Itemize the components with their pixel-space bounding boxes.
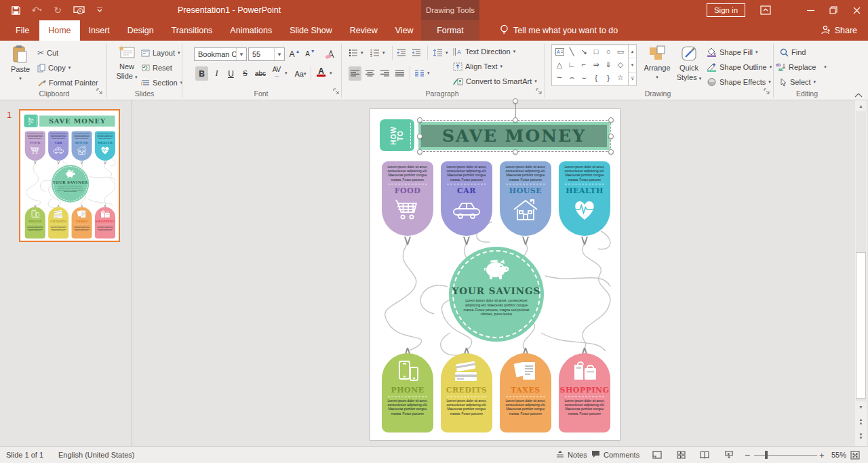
font-dialog-launcher-icon[interactable] xyxy=(333,88,341,96)
align-text-button[interactable]: Align Text▾ xyxy=(453,60,502,73)
shape-triangle-icon[interactable]: △ xyxy=(553,58,566,71)
share-button[interactable]: Share xyxy=(821,20,857,41)
format-painter-button[interactable]: Format Painter xyxy=(37,76,98,89)
cut-button[interactable]: ✂Cut xyxy=(37,46,58,60)
shapes-scroll-up-icon[interactable]: ▴ xyxy=(629,45,636,58)
font-size-combo[interactable]: 55▼ xyxy=(248,47,285,61)
sign-in-button[interactable]: Sign in xyxy=(707,3,745,17)
slide-sorter-view-button[interactable] xyxy=(677,447,686,463)
your-savings-circle[interactable]: YOUR SAVINGS Lorem ipsum dolor sit amet,… xyxy=(449,247,544,342)
grow-font-button[interactable]: A▲ xyxy=(288,47,301,61)
reset-button[interactable]: Reset xyxy=(141,61,172,75)
language-indicator[interactable]: English (United States) xyxy=(58,447,135,463)
shape-fill-button[interactable]: Shape Fill▾ xyxy=(707,45,757,59)
align-left-button[interactable] xyxy=(349,66,361,81)
select-button[interactable]: Select▾ xyxy=(780,75,816,89)
font-name-dropdown-icon[interactable]: ▼ xyxy=(236,48,246,60)
shape-elbow-arrow-icon[interactable]: ⌐ xyxy=(578,58,590,71)
shape-down-arrow-icon[interactable]: ⇓ xyxy=(602,58,614,71)
previous-slide-button[interactable]: ▲▲ xyxy=(856,416,866,427)
resize-handle-e[interactable] xyxy=(608,134,614,139)
shape-effects-button[interactable]: Shape Effects▾ xyxy=(707,75,771,89)
redo-icon[interactable]: ↻ xyxy=(52,4,64,16)
tab-view[interactable]: View xyxy=(387,20,422,41)
tag-phone[interactable]: PHONE Lorem ipsum dolor sit amet, consec… xyxy=(382,353,433,432)
zoom-in-button[interactable]: + xyxy=(819,447,825,463)
line-spacing-button[interactable]: ▾ xyxy=(433,46,448,60)
start-from-beginning-icon[interactable] xyxy=(73,4,85,16)
tab-format[interactable]: Format xyxy=(421,20,479,41)
tab-home[interactable]: Home xyxy=(39,20,79,41)
reading-view-button[interactable] xyxy=(700,447,709,463)
ribbon-display-options-icon[interactable] xyxy=(758,3,773,17)
layout-button[interactable]: Layout▾ xyxy=(141,46,180,60)
minimize-button[interactable] xyxy=(799,0,822,20)
how-to-tab[interactable]: HOW TO xyxy=(24,115,38,127)
collapse-ribbon-icon[interactable] xyxy=(854,91,863,99)
next-slide-button[interactable]: ▼▼ xyxy=(856,431,866,442)
italic-button[interactable]: I xyxy=(210,66,223,81)
find-button[interactable]: Find xyxy=(780,45,806,59)
save-icon[interactable] xyxy=(9,4,22,16)
restore-button[interactable] xyxy=(822,0,845,20)
shrink-font-button[interactable]: A▼ xyxy=(304,47,317,61)
character-spacing-button[interactable]: AV↔ xyxy=(270,65,283,79)
shape-oval-icon[interactable]: ○ xyxy=(602,45,614,58)
how-to-tab[interactable]: HOW TO xyxy=(380,119,414,151)
tag-health[interactable]: Lorem ipsum dolor sit amet, consectetuer… xyxy=(95,131,115,161)
tag-shopping[interactable]: SHOPPING Lorem ipsum dolor sit amet, con… xyxy=(95,207,115,238)
resize-handle-sw[interactable] xyxy=(417,149,422,155)
tag-food[interactable]: Lorem ipsum dolor sit amet, consectetuer… xyxy=(382,161,433,236)
strikethrough-button[interactable]: S xyxy=(239,66,252,81)
shape-rectangle-icon[interactable]: □ xyxy=(590,45,602,58)
columns-button[interactable]: ▾ xyxy=(415,66,430,80)
tag-shopping[interactable]: SHOPPING Lorem ipsum dolor sit amet, con… xyxy=(559,353,610,432)
tag-taxes[interactable]: TAXES Lorem ipsum dolor sit amet, consec… xyxy=(72,207,92,238)
text-direction-button[interactable]: A Text Direction▾ xyxy=(453,45,515,58)
rotation-handle[interactable] xyxy=(513,98,518,104)
replace-button[interactable]: abac Replace▾ xyxy=(776,60,827,74)
zoom-level[interactable]: 55% xyxy=(831,447,846,463)
tag-health[interactable]: Lorem ipsum dolor sit amet, consectetuer… xyxy=(559,161,610,236)
font-color-dropdown-icon[interactable]: ▾ xyxy=(330,71,332,76)
shape-arrow-icon[interactable]: ↘ xyxy=(578,45,590,58)
shape-textbox-icon[interactable]: A xyxy=(553,45,566,58)
bullets-button[interactable]: ▾ xyxy=(349,46,363,60)
font-name-combo[interactable]: Bookman Ol▼ xyxy=(194,47,247,61)
tab-design[interactable]: Design xyxy=(119,20,163,41)
shape-scribble-icon[interactable]: ∼ xyxy=(553,72,566,84)
title-band[interactable]: SAVE MONEY xyxy=(39,116,115,127)
shape-right-arrow-icon[interactable]: ⇒ xyxy=(590,58,602,71)
zoom-out-button[interactable]: − xyxy=(745,447,750,463)
slideshow-view-button[interactable] xyxy=(724,447,734,463)
zoom-slider-track[interactable] xyxy=(754,455,817,456)
shape-rounded-rectangle-icon[interactable]: ▭ xyxy=(614,45,627,58)
close-button[interactable] xyxy=(845,0,868,20)
tag-food[interactable]: Lorem ipsum dolor sit amet, consectetuer… xyxy=(25,131,45,161)
shape-left-brace-icon[interactable]: { xyxy=(590,72,602,84)
shape-outline-button[interactable]: Shape Outline▾ xyxy=(707,60,772,74)
drawing-dialog-launcher-icon[interactable] xyxy=(764,88,772,96)
customize-qat-icon[interactable] xyxy=(94,4,106,16)
shape-right-brace-icon[interactable]: } xyxy=(602,72,614,84)
clear-formatting-button[interactable] xyxy=(323,47,338,61)
tab-review[interactable]: Review xyxy=(341,20,387,41)
resize-handle-s[interactable] xyxy=(513,149,518,155)
undo-icon[interactable]: ↶▾ xyxy=(31,4,43,16)
clipboard-dialog-launcher-icon[interactable] xyxy=(96,88,104,96)
change-case-button[interactable]: Aa▾ xyxy=(293,66,308,81)
comments-button[interactable]: Comments xyxy=(591,447,639,463)
paragraph-dialog-launcher-icon[interactable] xyxy=(536,88,544,96)
justify-button[interactable] xyxy=(393,66,406,81)
fit-to-window-button[interactable] xyxy=(850,447,860,463)
tab-insert[interactable]: Insert xyxy=(80,20,119,41)
bold-button[interactable]: B xyxy=(195,66,208,81)
font-color-button[interactable]: A xyxy=(315,65,328,79)
shape-diamond-icon[interactable]: ◇ xyxy=(614,58,627,71)
tag-phone[interactable]: PHONE Lorem ipsum dolor sit amet, consec… xyxy=(25,207,45,238)
zoom-slider-thumb[interactable] xyxy=(765,451,768,459)
align-right-button[interactable] xyxy=(378,66,391,81)
slide-title[interactable]: SAVE MONEY xyxy=(49,117,106,125)
tag-car[interactable]: Lorem ipsum dolor sit amet, consectetuer… xyxy=(441,161,492,236)
arrange-button[interactable]: Arrange▾ xyxy=(642,45,673,81)
